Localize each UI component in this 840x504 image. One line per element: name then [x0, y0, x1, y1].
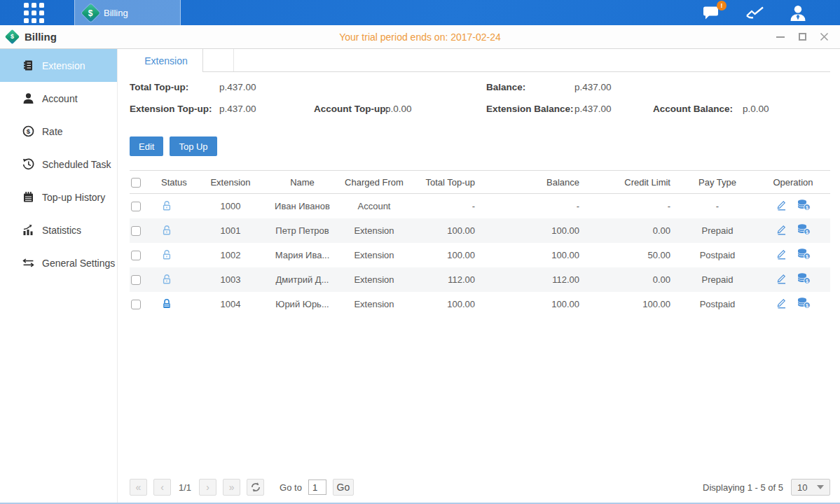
go-button[interactable]: Go	[333, 479, 354, 496]
sidebar-item-label: Extension	[42, 60, 85, 71]
column-total-topup: Total Top-up	[409, 171, 486, 194]
general-settings-icon	[22, 257, 34, 269]
sidebar-item-statistics[interactable]: Statistics	[0, 214, 117, 246]
edit-button[interactable]: Edit	[130, 136, 163, 156]
unlocked-icon	[161, 274, 172, 286]
toolbar: Edit Top Up	[130, 136, 830, 156]
app-tab-billing[interactable]: $ Billing	[74, 0, 181, 25]
scheduled-task-icon	[22, 158, 34, 170]
sidebar-item-label: Statistics	[42, 225, 81, 236]
column-pay-type: Pay Type	[679, 171, 756, 194]
column-charged-from: Charged From	[339, 171, 409, 194]
refresh-button[interactable]	[247, 479, 264, 496]
table-row: 1001 Петр Петров Extension 100.00 100.00…	[130, 218, 830, 243]
goto-page-input[interactable]	[308, 479, 326, 495]
page-size-select[interactable]: 10	[791, 479, 830, 496]
account-balance-label: Account Balance:	[653, 104, 733, 114]
edit-icon[interactable]	[776, 297, 787, 309]
close-button[interactable]	[819, 32, 829, 42]
notifications-button[interactable]: !	[703, 6, 720, 20]
column-status: Status	[153, 171, 195, 194]
line-chart-icon	[745, 6, 764, 20]
row-checkbox[interactable]	[131, 275, 141, 285]
billing-diamond-icon-small: $	[5, 29, 20, 44]
sidebar-item-label: Account	[42, 93, 78, 104]
user-account-button[interactable]	[790, 5, 806, 21]
edit-icon[interactable]	[776, 272, 787, 284]
app-grid-icon[interactable]	[24, 3, 44, 23]
sidebar-item-general-settings[interactable]: General Settings	[0, 246, 117, 279]
svg-text:$: $	[806, 205, 808, 211]
notification-badge: !	[717, 1, 727, 10]
edit-icon[interactable]	[776, 199, 787, 211]
svg-text:$: $	[806, 303, 808, 309]
account-balance-value: p.0.00	[743, 104, 769, 114]
tab-extension[interactable]: Extension	[130, 49, 203, 72]
extension-topup-value: p.437.00	[219, 104, 256, 114]
next-page-button[interactable]: ›	[199, 479, 216, 496]
edit-icon[interactable]	[776, 248, 787, 260]
column-balance: Balance	[486, 171, 588, 194]
row-checkbox[interactable]	[131, 251, 141, 260]
statistics-icon	[22, 224, 34, 236]
goto-label: Go to	[280, 482, 302, 493]
sidebar-item-label: Scheduled Task	[42, 159, 111, 170]
unlocked-icon	[161, 225, 172, 237]
edit-icon[interactable]	[776, 223, 787, 235]
minimize-button[interactable]	[776, 32, 785, 42]
minimize-icon	[776, 36, 785, 38]
trial-notice: Your trial period ends on: 2017-02-24	[0, 31, 840, 43]
column-extension: Extension	[195, 171, 266, 194]
select-all-checkbox[interactable]	[131, 178, 141, 188]
close-icon	[820, 32, 829, 41]
balance-label: Balance:	[486, 82, 525, 92]
sidebar-item-extension[interactable]: Extension	[0, 49, 117, 82]
top-up-icon[interactable]: $	[797, 297, 811, 309]
table-header-row: Status Extension Name Charged From Total…	[130, 171, 830, 194]
maximize-button[interactable]	[797, 32, 807, 42]
table-row: 1000 Иван Иванов Account - - - - $	[130, 194, 830, 218]
svg-text:$: $	[806, 254, 808, 260]
billing-diamond-icon: $	[81, 4, 100, 22]
reports-button[interactable]	[745, 6, 764, 20]
table-row: 1003 Дмитрий Д... Extension 112.00 112.0…	[130, 267, 830, 292]
total-topup-value: p.437.00	[219, 82, 256, 92]
maximize-icon	[799, 33, 806, 41]
app-tab-label: Billing	[104, 8, 128, 18]
column-name: Name	[266, 171, 339, 194]
total-topup-label: Total Top-up:	[130, 82, 188, 92]
top-up-icon[interactable]: $	[797, 248, 811, 260]
row-checkbox[interactable]	[131, 300, 141, 309]
refresh-icon	[251, 482, 261, 492]
sidebar-item-rate[interactable]: $ Rate	[0, 115, 117, 148]
displaying-summary: Displaying 1 - 5 of 5	[703, 482, 783, 493]
extension-topup-label: Extension Top-up:	[130, 104, 212, 114]
row-checkbox[interactable]	[131, 226, 141, 236]
top-up-icon[interactable]: $	[797, 272, 811, 284]
row-checkbox[interactable]	[131, 202, 141, 211]
first-page-button[interactable]: «	[130, 479, 147, 496]
extension-balance-label: Extension Balance:	[486, 104, 574, 114]
sidebar-item-scheduled-task[interactable]: Scheduled Task	[0, 148, 117, 181]
sidebar-item-account[interactable]: Account	[0, 82, 117, 115]
sidebar-item-topup-history[interactable]: Top-up History	[0, 181, 117, 214]
page-size-value: 10	[797, 482, 807, 493]
page-title: Billing	[25, 31, 57, 43]
prev-page-button[interactable]: ‹	[153, 479, 171, 496]
top-up-icon[interactable]: $	[797, 223, 811, 235]
chevron-down-icon	[817, 485, 824, 489]
page-indicator: 1/1	[179, 482, 191, 493]
account-topup-value: p.0.00	[385, 104, 412, 114]
table-row: 1002 Мария Ива... Extension 100.00 100.0…	[130, 243, 830, 267]
tab-strip: Extension	[130, 49, 830, 72]
extension-icon	[22, 59, 34, 71]
balance-value: p.437.00	[574, 82, 612, 92]
column-operation: Operation	[756, 171, 830, 194]
top-up-icon[interactable]: $	[797, 199, 811, 211]
top-up-button[interactable]: Top Up	[170, 136, 216, 156]
top-app-bar: $ Billing !	[0, 0, 840, 25]
last-page-button[interactable]: »	[223, 479, 240, 496]
extension-table: Status Extension Name Charged From Total…	[130, 170, 830, 478]
sidebar-item-label: General Settings	[42, 258, 115, 269]
column-credit-limit: Credit Limit	[588, 171, 679, 194]
